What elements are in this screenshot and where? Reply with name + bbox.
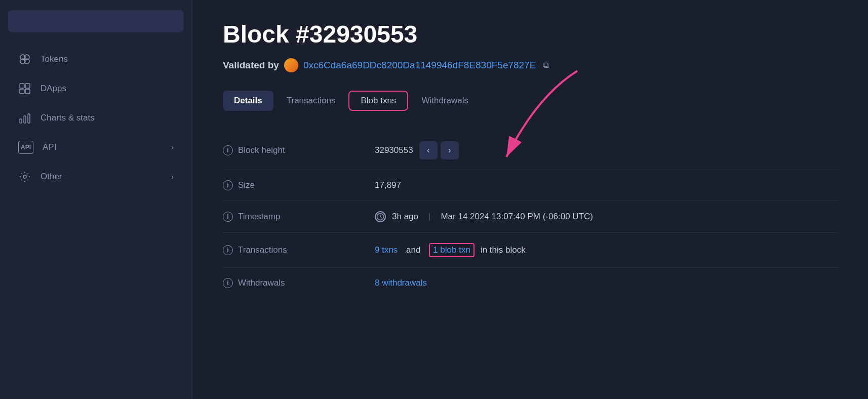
clock-icon xyxy=(375,211,386,222)
blob-txn-link[interactable]: 1 blob txn xyxy=(429,243,475,257)
validator-icon xyxy=(284,58,298,72)
size-value: 17,897 xyxy=(375,180,401,190)
svg-rect-8 xyxy=(20,119,22,123)
table-row: i Transactions 9 txns and 1 blob txn in … xyxy=(223,233,838,268)
tabs-container: Details Transactions Blob txns Withdrawa… xyxy=(223,91,838,111)
validator-address-link[interactable]: 0xc6Cda6a69DDc8200Da1149946dF8E830F5e782… xyxy=(303,60,536,71)
block-height-label: i Block height xyxy=(223,145,365,155)
svg-rect-7 xyxy=(25,89,30,94)
sidebar-item-label: Charts & stats xyxy=(41,113,95,123)
withdrawals-link[interactable]: 8 withdrawals xyxy=(375,278,427,288)
main-content: Block #32930553 Validated by 0xc6Cda6a69… xyxy=(192,0,868,399)
sidebar-item-api[interactable]: API API › xyxy=(6,134,186,161)
withdrawals-label: i Withdrawals xyxy=(223,278,365,288)
table-row: i Block height 32930553 ‹ › xyxy=(223,131,838,170)
info-icon: i xyxy=(223,145,233,155)
sidebar-item-label: API xyxy=(43,142,56,152)
validated-by-row: Validated by 0xc6Cda6a69DDc8200Da1149946… xyxy=(223,58,838,72)
sidebar: Tokens DApps Charts & stats API API › xyxy=(0,0,192,399)
size-label: i Size xyxy=(223,180,365,190)
table-row: i Timestamp 3h ago | Mar 14 2024 13:07:4… xyxy=(223,201,838,233)
svg-point-11 xyxy=(23,175,26,178)
withdrawals-value: 8 withdrawals xyxy=(375,278,427,288)
api-icon: API xyxy=(18,141,33,154)
tab-withdrawals[interactable]: Withdrawals xyxy=(410,91,480,111)
svg-rect-10 xyxy=(28,114,30,123)
tokens-icon xyxy=(18,53,31,66)
nav-buttons: ‹ › xyxy=(419,141,459,159)
info-icon: i xyxy=(223,212,233,222)
tab-transactions[interactable]: Transactions xyxy=(275,91,347,111)
info-icon: i xyxy=(223,245,233,255)
transactions-value: 9 txns and 1 blob txn in this block xyxy=(375,243,526,257)
svg-rect-9 xyxy=(24,116,26,123)
next-block-button[interactable]: › xyxy=(441,141,459,159)
details-table: i Block height 32930553 ‹ › i Size xyxy=(223,131,838,298)
sidebar-item-dapps[interactable]: DApps xyxy=(6,75,186,102)
chevron-right-icon: › xyxy=(171,143,174,151)
tab-blob-txns[interactable]: Blob txns xyxy=(348,91,408,111)
sidebar-item-label: DApps xyxy=(41,84,66,94)
timestamp-label: i Timestamp xyxy=(223,212,365,222)
block-height-value: 32930553 ‹ › xyxy=(375,141,459,159)
chevron-right-icon: › xyxy=(171,173,174,181)
table-row: i Withdrawals 8 withdrawals xyxy=(223,268,838,298)
svg-rect-6 xyxy=(20,89,24,94)
page-title: Block #32930553 xyxy=(223,20,838,48)
sidebar-item-tokens[interactable]: Tokens xyxy=(6,46,186,73)
svg-rect-4 xyxy=(20,84,24,88)
main-panel: Block #32930553 Validated by 0xc6Cda6a69… xyxy=(192,0,868,318)
sidebar-top-button[interactable] xyxy=(8,10,184,32)
dapps-icon xyxy=(18,82,31,95)
tab-details[interactable]: Details xyxy=(223,91,273,111)
svg-rect-5 xyxy=(25,84,30,88)
info-icon: i xyxy=(223,180,233,190)
prev-block-button[interactable]: ‹ xyxy=(419,141,438,159)
gear-icon xyxy=(18,170,31,183)
validated-by-label: Validated by xyxy=(223,60,279,71)
sidebar-item-charts[interactable]: Charts & stats xyxy=(6,104,186,132)
sidebar-item-other[interactable]: Other › xyxy=(6,163,186,190)
charts-icon xyxy=(18,111,31,125)
txns-count-link[interactable]: 9 txns xyxy=(375,245,398,255)
sidebar-item-label: Other xyxy=(41,172,62,182)
sidebar-item-label: Tokens xyxy=(41,54,68,64)
copy-icon[interactable]: ⧉ xyxy=(543,61,548,70)
info-icon: i xyxy=(223,278,233,288)
table-row: i Size 17,897 xyxy=(223,170,838,201)
divider: | xyxy=(428,212,430,222)
transactions-label: i Transactions xyxy=(223,245,365,255)
timestamp-value: 3h ago | Mar 14 2024 13:07:40 PM (-06:00… xyxy=(375,211,593,222)
